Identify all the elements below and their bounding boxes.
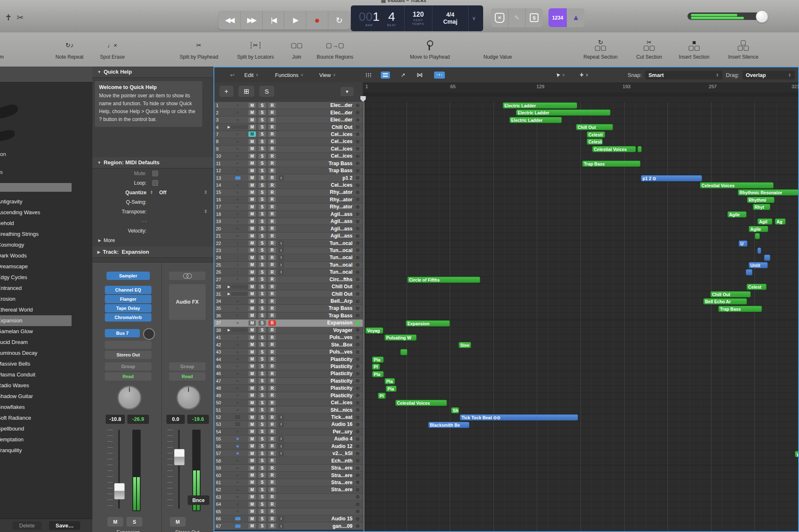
lcd-tempo[interactable]: 120 KEEP TEMPO <box>404 5 432 31</box>
master-volume-slider[interactable] <box>687 12 762 20</box>
record-enable-button[interactable]: R <box>268 436 276 442</box>
mute-button[interactable]: M <box>248 400 256 406</box>
solo-button[interactable]: S <box>258 197 266 202</box>
track-row-54[interactable]: 54≈MSRPer...ury <box>214 428 363 435</box>
midi-region-pla[interactable]: Pla <box>372 371 384 377</box>
track-row-13[interactable]: 13MSRIp1 2 <box>214 174 363 181</box>
track-row-49[interactable]: 49≈MSRPlasticity <box>214 392 363 399</box>
menu-edit[interactable]: Edit∨ <box>244 67 258 82</box>
track-name[interactable]: Elec...der <box>285 102 356 108</box>
solo-button[interactable]: S <box>258 386 266 391</box>
solo-button[interactable]: S <box>258 161 266 166</box>
send-knob[interactable] <box>143 328 155 340</box>
track-name[interactable]: Tun...ocal <box>285 269 356 275</box>
secondary-tool-button[interactable]: +∨ <box>580 67 588 82</box>
level-value[interactable]: -19.6 <box>187 415 209 424</box>
library-item-behold[interactable]: Behold <box>0 218 92 229</box>
solo-button[interactable]: S <box>258 502 266 507</box>
arrange-canvas[interactable]: Electric LadderElectric LadderElectric L… <box>363 102 798 531</box>
track-name[interactable]: Agil...ass <box>285 218 356 224</box>
solo-button[interactable]: S <box>258 103 266 108</box>
cycle-button[interactable]: ↻ <box>328 11 350 30</box>
track-row-46[interactable]: 46≈MSRPlasticity <box>214 370 363 377</box>
record-enable-button[interactable]: R <box>268 342 276 347</box>
mute-button[interactable]: M <box>248 502 256 507</box>
solo-button[interactable]: S <box>258 124 266 130</box>
track-name[interactable]: Stra...ere <box>285 487 356 492</box>
solo-button[interactable]: S <box>258 400 266 406</box>
record-enable-button[interactable]: R <box>268 509 276 514</box>
mute-button[interactable]: M <box>248 327 256 333</box>
volume-fader[interactable] <box>114 483 125 500</box>
midi-region-trap-bass[interactable]: Trap Bass <box>718 306 762 312</box>
back-button[interactable]: ↩ <box>230 67 235 82</box>
track-row-8[interactable]: 8≈MSRCel...ices <box>214 138 363 145</box>
pointer-tool-button[interactable]: ➤∨ <box>556 67 565 82</box>
bounce-button[interactable]: Bnce <box>188 495 209 505</box>
library-item-spellbound[interactable]: Spellbound <box>0 423 92 434</box>
mute-button[interactable]: M <box>248 436 256 442</box>
audio-fx-slot[interactable]: Audio FX <box>169 284 206 320</box>
menu-view[interactable]: View∨ <box>319 67 336 82</box>
group-slot[interactable]: Group <box>105 362 151 371</box>
menu-functions[interactable]: Functions∨ <box>275 67 303 82</box>
automation-mode[interactable]: Read <box>169 372 206 381</box>
midi-region-rhythmi[interactable]: Rhythmi <box>747 197 774 203</box>
track-row-53[interactable]: 53MSRIAudio 16 <box>214 421 363 428</box>
input-monitor-button[interactable]: I <box>278 240 284 246</box>
record-enable-button[interactable]: R <box>268 415 276 420</box>
track-name[interactable]: Ech...nth <box>285 458 356 464</box>
solo-button[interactable]: S <box>258 407 266 413</box>
automation-button[interactable]: ↗ <box>401 67 405 82</box>
solo-button[interactable]: S <box>258 291 266 297</box>
strip-mute-button[interactable]: M <box>107 517 123 527</box>
input-monitor-button[interactable]: I <box>278 175 284 181</box>
solo-button[interactable]: S <box>258 204 266 210</box>
midi-region-pl[interactable]: Pl <box>372 364 380 370</box>
solo-button[interactable]: S <box>258 415 266 420</box>
mute-button[interactable]: M <box>248 240 256 246</box>
loop-checkbox[interactable] <box>152 180 158 186</box>
midi-region-electric-ladder[interactable]: Electric Ladder <box>509 117 562 123</box>
record-enable-button[interactable]: R <box>268 371 276 376</box>
solo-button[interactable]: S <box>258 233 266 239</box>
toolbar-button-m[interactable]: m <box>0 37 4 60</box>
record-enable-button[interactable]: R <box>268 335 276 340</box>
record-enable-button[interactable]: R <box>268 161 276 166</box>
tuner-button[interactable]: ✕ <box>491 8 509 27</box>
track-row-20[interactable]: 20≈MSRAgil...ass <box>214 225 363 232</box>
solo-button[interactable]: S <box>258 299 266 304</box>
record-enable-button[interactable]: R <box>268 356 276 362</box>
track-row-16[interactable]: 16≈MSRRhy...ator <box>214 196 363 203</box>
library-item-dreamscape[interactable]: Dreamscape <box>0 261 92 272</box>
solo-button[interactable]: S <box>258 422 266 427</box>
track-row-52[interactable]: 52MSRITick...eat <box>214 414 363 421</box>
solo-button[interactable]: S <box>258 371 266 376</box>
toolbar-button-split-by-locators[interactable]: ┆✂┆Split by Locators <box>237 37 274 60</box>
cycle-strip[interactable] <box>363 92 798 97</box>
volume-fader[interactable] <box>174 449 185 465</box>
midi-region-electric-ladder[interactable]: Electric Ladder <box>503 102 577 109</box>
record-enable-button[interactable]: R <box>268 139 276 144</box>
record-enable-button[interactable]: R <box>268 349 276 355</box>
midi-region-electric-ladder[interactable]: Electric Ladder <box>516 109 610 116</box>
toolbar-button-cut-section[interactable]: ✂▢▢Cut Section <box>636 37 662 60</box>
input-monitor-button[interactable]: I <box>278 247 284 253</box>
bar-ruler[interactable]: 165129193257321 <box>363 82 798 102</box>
record-enable-button[interactable]: R <box>268 262 276 267</box>
track-row-7[interactable]: 7≈MSRCel...ices <box>214 131 363 138</box>
midi-region-pla[interactable]: Pla <box>372 356 384 363</box>
audio-region-clip[interactable] <box>746 269 752 275</box>
track-name[interactable]: Shi...nics <box>285 407 356 413</box>
record-enable-button[interactable]: R <box>268 299 276 304</box>
track-name[interactable]: Per...ury <box>285 429 356 435</box>
record-enable-button[interactable]: R <box>268 386 276 391</box>
solo-button[interactable]: S <box>258 487 266 492</box>
record-enable-button[interactable]: R <box>268 110 276 115</box>
record-enable-button[interactable]: R <box>268 407 276 413</box>
midi-region-clip[interactable] <box>755 233 760 239</box>
mute-button[interactable]: M <box>248 451 256 456</box>
solo-button[interactable]: S <box>258 270 266 275</box>
solo-button[interactable]: S <box>258 458 266 463</box>
track-row-19[interactable]: 19≈MSRAgil...ass <box>214 218 363 225</box>
